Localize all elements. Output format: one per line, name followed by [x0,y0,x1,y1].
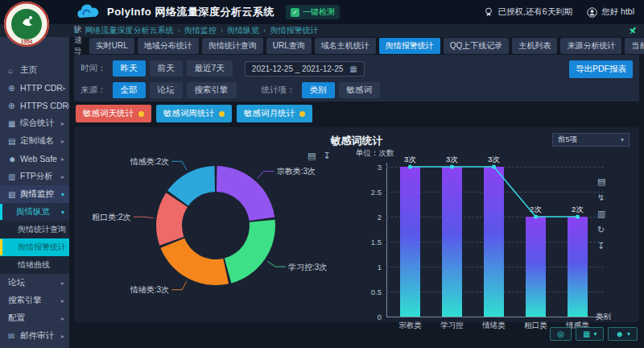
unit-label: 单位：次数 [356,148,394,159]
license-status: 已授权,还有6天到期 [484,6,572,18]
sidebar-item-label: 舆情报警统计 [18,242,66,253]
time-option[interactable]: 最近7天 [187,60,233,77]
sidebar-item[interactable]: ▧舆情监控▾ [0,185,69,203]
stat-option[interactable]: 类别 [302,82,335,98]
sidebar-item[interactable]: 情绪曲线 [0,256,69,274]
data-point[interactable] [492,164,496,168]
floating-button[interactable]: ☻▾ [608,327,638,341]
download-icon[interactable]: ↧ [597,242,605,251]
status-dot-icon [138,111,144,117]
chevron-down-icon: ▾ [61,191,64,198]
pin-icon[interactable] [628,26,638,35]
time-filter-row: 时间： 昨天前天最近7天 2021-12-25 _ 2021-12-25 ▦ [80,60,639,77]
sidebar-item-label: 搜索引擎 [8,295,42,306]
data-point[interactable] [408,164,412,168]
source-option[interactable]: 论坛 [150,82,183,98]
line-overlay [386,160,612,321]
sidebar-item[interactable]: 舆情报警统计 [0,238,69,256]
breadcrumb-item[interactable]: 舆情监控 [184,26,217,35]
sidebar-item[interactable]: 配置▸ [0,309,69,327]
status-dot-icon [299,111,305,117]
chevron-right-icon: ▸ [61,155,64,163]
sidebar-item-label: 舆情纵览 [16,206,50,218]
sidebar-item[interactable]: 论坛▸ [0,274,69,292]
tab[interactable]: 敏感词天统计 [76,105,151,122]
badge-icon [484,7,493,17]
tab[interactable]: 敏感词周统计 [156,105,232,122]
cyan-marker [0,204,2,220]
sidebar-item[interactable]: ⌂主页 [0,61,69,79]
breadcrumb-separator: › [177,26,180,35]
bar-chart: 单位：次数 类别 00.511.522.53宗教类3次学习控3次情绪类3次粗口类… [74,127,639,322]
time-option[interactable]: 前天 [150,60,183,77]
source-option[interactable]: 搜索引擎 [187,82,237,98]
restore-icon[interactable]: ↻ [597,226,605,234]
sidebar-item-label: 配置 [8,313,25,324]
sidebar-item-label: 论坛 [8,277,25,288]
sidebar-item-label: HTTP CDR [20,83,63,93]
breadcrumb-item[interactable]: 网络流量深度分析云系统 [85,26,173,35]
quick-nav-item[interactable]: URL查询 [266,38,312,54]
university-logo: 1954 [3,1,50,51]
sidebar-item[interactable]: ⊕HTTP CDR▸ [0,79,69,97]
data-point[interactable] [450,164,454,168]
sidebar-item[interactable]: 搜索引擎▸ [0,292,69,309]
user-menu[interactable]: 您好 htbl [587,6,634,18]
chevron-right-icon: ▸ [61,315,64,322]
sidebar-item[interactable]: 舆情纵览▾ [0,203,69,221]
sidebar-item[interactable]: ☻Web Safe▸ [0,150,69,168]
app-root: PolyInfo 网络流量深度分析云系统 ✓ 一键检测 已授权,还有6天到期 您… [0,0,644,348]
quick-nav-item[interactable]: 来源分析统计 [560,38,621,54]
grid-menu-icon: ▦ [583,329,590,338]
data-view-icon[interactable]: ▤ [597,177,605,186]
quick-nav-item[interactable]: 主机列表 [512,38,557,54]
breadcrumb-separator: › [221,26,223,35]
export-pdf-button[interactable]: 导出PDF报表 [569,60,633,78]
sidebar-item[interactable]: ▤定制域名▸ [0,132,69,150]
source-option[interactable]: 全部 [113,82,146,98]
line-chart-icon[interactable]: ↯ [597,193,605,202]
breadcrumb-item[interactable]: 舆情报警统计 [270,26,318,35]
quick-check-button[interactable]: ✓ 一键检测 [286,5,340,19]
breadcrumb-item[interactable]: 舆情纵览 [227,26,259,35]
sidebar-item[interactable]: 舆情统计查询 [0,221,69,238]
user-icon: ☻ [615,329,624,338]
floating-button[interactable]: ◎ [550,327,572,341]
chevron-down-icon: ▾ [593,330,597,338]
tab-label: 敏感词周统计 [163,108,214,119]
date-range-picker[interactable]: 2021-12-25 _ 2021-12-25 ▦ [245,61,365,77]
bar-chart-icon[interactable]: ▥ [597,209,605,218]
quick-nav-item[interactable]: 地域分布统计 [138,38,199,54]
sidebar-item[interactable]: ▥FTP分析▸ [0,168,69,185]
quick-nav-item[interactable]: 舆情统计查询 [202,38,263,54]
sidebar-item[interactable]: ⊕HTTPS CDR▸ [0,97,69,114]
domain-icon: ▤ [8,137,20,146]
time-filter-label: 时间： [80,63,106,74]
sidebar-item-label: 定制域名 [20,135,54,147]
quick-nav-item[interactable]: 域名主机统计 [315,38,376,54]
sidebar-item[interactable]: ✉邮件审计▸ [0,327,69,345]
stat-option[interactable]: 敏感词 [339,82,381,98]
floating-button[interactable]: ▦▾ [576,327,604,341]
yellow-marker [0,239,2,255]
data-point[interactable] [534,214,538,218]
calendar-icon: ▦ [349,64,357,73]
quick-nav-item[interactable]: 实时URL [89,38,134,54]
tab-label: 敏感词天统计 [83,108,134,119]
quick-nav-item[interactable]: 舆情报警统计 [379,38,440,54]
tab[interactable]: 敏感词月统计 [237,105,312,122]
y-tick-label: 1 [359,263,382,271]
x-tick-label: 学习控 [431,321,473,331]
stat-options: 类别敏感词 [302,82,385,98]
sidebar-item-label: 舆情监控 [20,188,54,200]
data-point[interactable] [576,214,580,218]
time-option[interactable]: 昨天 [113,60,146,77]
sidebar-item-label: HTTPS CDR [20,101,68,110]
sidebar-item-label: 邮件审计 [20,330,54,342]
quick-nav-item[interactable]: QQ上下线记录 [444,38,510,54]
chevron-right-icon: ▸ [61,297,64,304]
sidebar-item[interactable]: ▦综合统计▸ [0,114,69,132]
quick-nav-item[interactable]: 当前在线QQ [625,38,644,54]
breadcrumb: 网络流量深度分析云系统›舆情监控›舆情纵览›舆情报警统计 [85,25,318,36]
y-tick-label: 2 [359,213,382,222]
